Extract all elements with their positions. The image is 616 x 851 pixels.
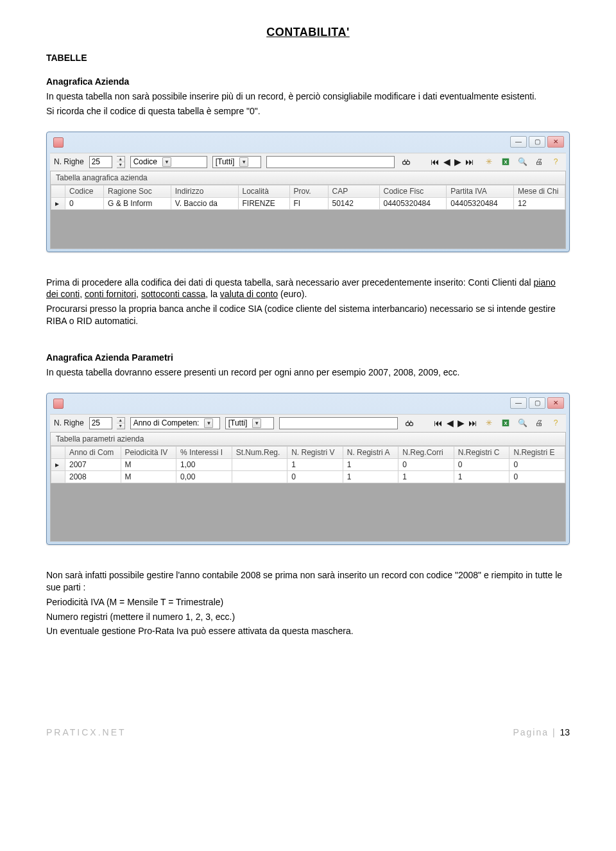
grid-header-row: Codice Ragione Soc Indirizzo Località Pr… xyxy=(51,185,565,197)
record-nav: ⏮ ◀ ▶ ⏭ xyxy=(431,157,474,167)
nav-last-icon[interactable]: ⏭ xyxy=(465,157,474,167)
col-header[interactable]: Ragione Soc xyxy=(104,185,171,197)
cell[interactable]: 04405320484 xyxy=(379,197,447,209)
cell[interactable]: 0 xyxy=(287,470,343,483)
record-nav: ⏮ ◀ ▶ ⏭ xyxy=(434,418,477,428)
col-header[interactable]: Prov. xyxy=(289,185,328,197)
minimize-button[interactable]: — xyxy=(510,397,527,409)
filter-combo[interactable]: [Tutti] ▼ xyxy=(212,156,261,168)
cell[interactable]: G & B Inform xyxy=(104,197,171,209)
cell[interactable]: 0 xyxy=(509,470,565,483)
cell[interactable]: 0 xyxy=(454,458,509,470)
cell[interactable] xyxy=(232,470,287,483)
col-header[interactable]: N.Registri C xyxy=(454,446,509,458)
sort-combo[interactable]: Anno di Competen: ▼ xyxy=(130,417,220,429)
close-button[interactable]: ✕ xyxy=(547,136,564,148)
cell[interactable]: 12 xyxy=(514,197,565,209)
cell[interactable]: 1 xyxy=(398,470,454,483)
col-header[interactable]: Anno di Com xyxy=(65,446,121,458)
table-row[interactable]: ▸ 0 G & B Inform V. Baccio da FIRENZE FI… xyxy=(51,197,565,209)
cell[interactable]: 1 xyxy=(454,470,509,483)
link-conti-fornitori: conti fornitori xyxy=(85,289,136,299)
sort-combo-value: Codice xyxy=(133,157,157,166)
nav-last-icon[interactable]: ⏭ xyxy=(468,418,477,428)
search-input[interactable] xyxy=(279,417,398,429)
col-header[interactable]: CAP xyxy=(328,185,379,197)
cell[interactable]: 0 xyxy=(65,197,104,209)
cell[interactable]: 1 xyxy=(343,458,398,470)
nrighe-input[interactable] xyxy=(89,156,112,168)
nrighe-input[interactable] xyxy=(89,417,112,429)
col-header[interactable]: Mese di Chi xyxy=(514,185,565,197)
cell[interactable]: 0 xyxy=(398,458,454,470)
excel-export-icon[interactable]: X xyxy=(499,156,512,168)
footer-page: Pagina | 13 xyxy=(513,727,570,737)
maximize-button[interactable]: ▢ xyxy=(529,136,545,148)
col-header[interactable]: Codice xyxy=(65,185,104,197)
help-icon[interactable]: ? xyxy=(549,156,562,168)
col-header[interactable]: Indirizzo xyxy=(171,185,238,197)
col-header[interactable]: N.Registri E xyxy=(509,446,565,458)
col-header[interactable]: St.Num.Reg. xyxy=(232,446,287,458)
cell[interactable]: V. Baccio da xyxy=(171,197,238,209)
excel-export-icon[interactable]: X xyxy=(499,417,512,429)
cell[interactable]: FI xyxy=(289,197,328,209)
print-icon[interactable]: 🖨 xyxy=(533,156,545,168)
cell[interactable]: 04405320484 xyxy=(447,197,514,209)
chevron-down-icon: ▼ xyxy=(204,418,213,428)
nrighe-label: N. Righe xyxy=(54,418,84,427)
nav-prev-icon[interactable]: ◀ xyxy=(443,157,450,167)
nav-prev-icon[interactable]: ◀ xyxy=(447,418,454,428)
close-button[interactable]: ✕ xyxy=(547,397,564,409)
new-record-icon[interactable]: ✳ xyxy=(483,417,495,429)
minimize-button[interactable]: — xyxy=(510,136,527,148)
col-header[interactable]: N. Registri A xyxy=(343,446,398,458)
cell[interactable]: 1 xyxy=(287,458,343,470)
data-grid[interactable]: Anno di Com Peiodicità IV % Interessi I … xyxy=(51,446,565,483)
new-record-icon[interactable]: ✳ xyxy=(483,156,495,168)
svg-text:X: X xyxy=(504,159,507,165)
grid-empty-area xyxy=(51,483,565,541)
cell[interactable]: M xyxy=(121,458,176,470)
grid-title: Tabella anagrafica azienda xyxy=(51,171,565,185)
table-row[interactable]: ▸ 2007 M 1,00 1 1 0 0 0 xyxy=(51,458,565,470)
cell[interactable]: 2008 xyxy=(65,470,121,483)
cell[interactable]: 1 xyxy=(343,470,398,483)
nav-first-icon[interactable]: ⏮ xyxy=(431,157,440,167)
nav-first-icon[interactable]: ⏮ xyxy=(434,418,443,428)
print-icon[interactable]: 🖨 xyxy=(533,417,545,429)
cell[interactable]: 2007 xyxy=(65,458,121,470)
col-header[interactable]: Partita IVA xyxy=(447,185,514,197)
app-window-parametri: — ▢ ✕ N. Righe ▲▼ Anno di Competen: ▼ [T… xyxy=(46,393,570,545)
col-header[interactable]: Peiodicità IV xyxy=(121,446,176,458)
refresh-icon[interactable]: 🔍 xyxy=(516,417,529,429)
binoculars-icon[interactable] xyxy=(403,417,416,429)
cell[interactable]: 50142 xyxy=(328,197,379,209)
refresh-icon[interactable]: 🔍 xyxy=(516,156,529,168)
filter-combo[interactable]: [Tutti] ▼ xyxy=(225,417,274,429)
chevron-down-icon: ▼ xyxy=(252,418,261,428)
data-grid[interactable]: Codice Ragione Soc Indirizzo Località Pr… xyxy=(51,185,565,210)
col-header[interactable]: N. Registri V xyxy=(287,446,343,458)
col-header[interactable]: Località xyxy=(238,185,289,197)
nav-next-icon[interactable]: ▶ xyxy=(454,157,461,167)
maximize-button[interactable]: ▢ xyxy=(529,397,545,409)
table-row[interactable]: 2008 M 0,00 0 1 1 1 0 xyxy=(51,470,565,483)
col-header[interactable]: % Interessi I xyxy=(176,446,232,458)
help-icon[interactable]: ? xyxy=(549,417,562,429)
cell[interactable]: 0 xyxy=(509,458,565,470)
col-header[interactable]: N.Reg.Corri xyxy=(398,446,454,458)
cell[interactable]: 0,00 xyxy=(176,470,232,483)
cell[interactable]: FIRENZE xyxy=(238,197,289,209)
cell[interactable]: M xyxy=(121,470,176,483)
heading-parametri: Anagrafica Azienda Parametri xyxy=(46,352,570,364)
sort-combo[interactable]: Codice ▼ xyxy=(130,156,207,168)
col-header[interactable]: Codice Fisc xyxy=(379,185,447,197)
binoculars-icon[interactable] xyxy=(400,156,413,168)
search-input[interactable] xyxy=(266,156,395,168)
nrighe-spinner[interactable]: ▲▼ xyxy=(117,156,125,168)
cell[interactable]: 1,00 xyxy=(176,458,232,470)
nav-next-icon[interactable]: ▶ xyxy=(458,418,465,428)
nrighe-spinner[interactable]: ▲▼ xyxy=(117,417,125,429)
cell[interactable] xyxy=(232,458,287,470)
